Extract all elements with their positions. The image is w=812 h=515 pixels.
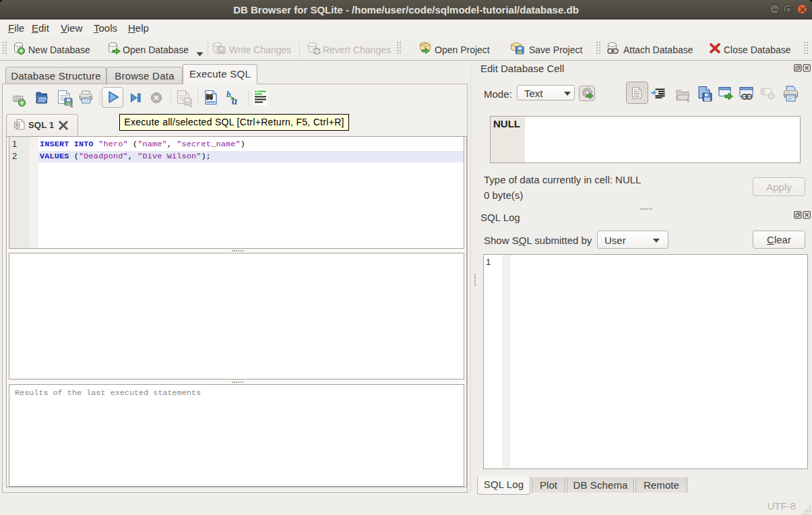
svg-text:b: b bbox=[226, 90, 231, 99]
svg-text:a: a bbox=[232, 95, 237, 105]
